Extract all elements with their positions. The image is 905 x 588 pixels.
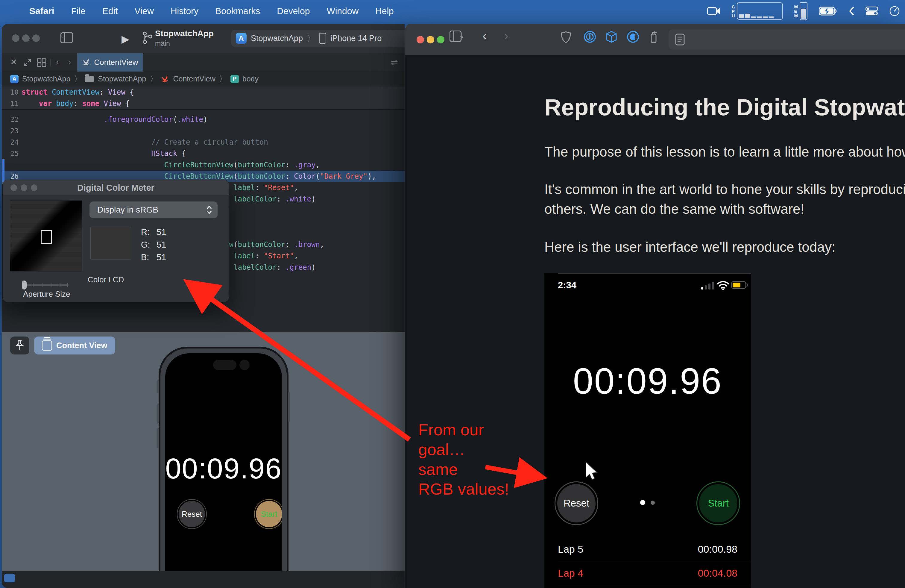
menu-item-help[interactable]: Help bbox=[375, 6, 394, 16]
xcode-window: ▶ StopwatchApp main A StopwatchApp 〉 iPh… bbox=[2, 24, 405, 588]
code-line[interactable]: 24 // Create a circular button bbox=[2, 137, 405, 148]
preview-start-button[interactable]: Start bbox=[254, 499, 282, 529]
crumb-project[interactable]: StopwatchApp bbox=[22, 75, 70, 83]
menu-bar: SafariFileEditViewHistoryBookmarksDevelo… bbox=[0, 0, 905, 22]
window-controls[interactable] bbox=[417, 36, 447, 43]
cellular-icon bbox=[701, 281, 714, 291]
menu-item-bookmarks[interactable]: Bookmarks bbox=[215, 6, 260, 16]
code-line[interactable]: 11 var body: some View { bbox=[2, 98, 405, 110]
scheme-selector[interactable]: A StopwatchApp 〉 iPhone 14 Pro bbox=[231, 30, 405, 47]
display-name: Color LCD bbox=[88, 275, 124, 284]
gauge-clock-icon[interactable] bbox=[889, 6, 900, 16]
control-center-icon[interactable] bbox=[865, 6, 878, 16]
memory-monitor-icon[interactable]: MEM bbox=[794, 2, 808, 20]
menu-item-view[interactable]: View bbox=[134, 6, 154, 16]
sidebar-toggle-icon[interactable] bbox=[449, 30, 463, 43]
forward-button[interactable]: › bbox=[504, 28, 508, 43]
lap-row: Lap 300:00.96 bbox=[558, 585, 751, 588]
menu-item-safari[interactable]: Safari bbox=[29, 6, 54, 16]
debug-bar bbox=[2, 571, 405, 588]
code-line[interactable] bbox=[2, 110, 405, 114]
crumb-symbol[interactable]: body bbox=[243, 75, 259, 83]
menu-bar-status-items: CPU MEM bbox=[707, 0, 900, 22]
window-controls[interactable] bbox=[11, 184, 41, 191]
dynamic-island bbox=[213, 360, 237, 370]
menu-item-develop[interactable]: Develop bbox=[277, 6, 310, 16]
crumb-file[interactable]: ContentView bbox=[173, 75, 215, 83]
device-icon bbox=[319, 33, 326, 44]
extension-cleaner-icon[interactable] bbox=[648, 30, 658, 44]
screen-record-icon[interactable] bbox=[707, 6, 720, 16]
stopwatch-time: 00:09.96 bbox=[545, 360, 751, 402]
volume-down-button bbox=[157, 428, 159, 448]
sidebar-toggle-icon[interactable] bbox=[60, 32, 73, 44]
desktop: { "colors":{"accent_blue":"#0a84ff","ann… bbox=[0, 0, 905, 588]
reset-button[interactable]: Reset bbox=[554, 482, 598, 525]
stopwatch-screenshot: 2:34 00:09.96 Reset Start Lap 500:00.98L… bbox=[545, 273, 751, 588]
aperture-size-label: Aperture Size bbox=[23, 289, 70, 299]
forward-icon[interactable]: › bbox=[68, 57, 71, 67]
run-destination: iPhone 14 Pro bbox=[330, 34, 381, 43]
start-button[interactable]: Start bbox=[696, 482, 740, 525]
code-line[interactable]: 22 .foregroundColor(.white) bbox=[2, 114, 405, 125]
divider: | bbox=[50, 57, 52, 67]
property-badge-icon: P bbox=[230, 75, 239, 83]
expand-diagonal-icon[interactable] bbox=[23, 58, 32, 69]
tab-contentview[interactable]: ContentView bbox=[77, 53, 143, 72]
battery-icon bbox=[731, 281, 748, 291]
code-line[interactable]: 10struct ContentView: View { bbox=[2, 86, 405, 98]
back-icon[interactable]: ‹ bbox=[56, 57, 59, 67]
annotation-line: From our bbox=[418, 420, 509, 440]
aperture-square bbox=[41, 230, 52, 244]
privacy-shield-icon[interactable] bbox=[561, 31, 571, 44]
back-button[interactable]: ‹ bbox=[483, 28, 487, 43]
page-dot-active[interactable] bbox=[640, 500, 645, 505]
run-button[interactable]: ▶ bbox=[122, 33, 129, 45]
safari-window: ‹ › teaching.russellgordon.ca Reproducin… bbox=[405, 24, 905, 588]
status-bar-time: 2:34 bbox=[558, 280, 576, 291]
display-mode-select[interactable]: Display in sRGB bbox=[89, 202, 218, 218]
code-line[interactable]: 25 HStack { bbox=[2, 148, 405, 159]
menu-item-window[interactable]: Window bbox=[327, 6, 359, 16]
scheme-name: StopwatchApp bbox=[251, 34, 303, 43]
preview-canvas: Content View 00:09.96 Reset Start ▶ bbox=[2, 332, 405, 588]
project-title: StopwatchApp bbox=[155, 29, 214, 38]
extension-onepassword-icon[interactable] bbox=[584, 30, 596, 44]
editor-grid-icon[interactable] bbox=[37, 58, 46, 69]
extension-cube-icon[interactable] bbox=[605, 30, 618, 44]
window-controls[interactable] bbox=[12, 35, 43, 42]
cpu-monitor-icon[interactable]: CPU bbox=[732, 2, 783, 20]
editor-options-icon[interactable]: ⇌ bbox=[391, 57, 398, 67]
menu-items: SafariFileEditViewHistoryBookmarksDevelo… bbox=[29, 6, 411, 16]
jump-bar: A StopwatchApp〉 StopwatchApp〉 ContentVie… bbox=[2, 72, 405, 86]
preview-device-pill[interactable]: Content View bbox=[34, 337, 115, 354]
chevron-left-icon[interactable] bbox=[849, 6, 854, 16]
preview-reset-button[interactable]: Reset bbox=[177, 499, 207, 529]
menu-item-history[interactable]: History bbox=[171, 6, 198, 16]
reader-icon[interactable] bbox=[675, 33, 685, 47]
swift-file-icon bbox=[161, 75, 169, 83]
debug-indicator[interactable] bbox=[4, 574, 15, 582]
menu-item-edit[interactable]: Edit bbox=[102, 6, 118, 16]
lap-row: Lap 400:04.08 bbox=[558, 561, 751, 585]
slider-thumb[interactable] bbox=[22, 281, 27, 289]
menu-item-file[interactable]: File bbox=[71, 6, 85, 16]
battery-icon[interactable] bbox=[819, 6, 837, 16]
xcode-toolbar: ▶ StopwatchApp main A StopwatchApp 〉 iPh… bbox=[2, 24, 405, 53]
iphone-preview: 00:09.96 Reset Start bbox=[159, 347, 289, 588]
safari-toolbar: ‹ › teaching.russellgordon.ca bbox=[405, 24, 905, 56]
code-line[interactable]: 23 bbox=[2, 125, 405, 137]
extension-clock-icon[interactable] bbox=[627, 30, 639, 44]
pin-preview-button[interactable] bbox=[10, 337, 29, 354]
branch-name: main bbox=[155, 40, 170, 48]
aperture-size-slider[interactable] bbox=[22, 281, 68, 289]
address-bar[interactable]: teaching.russellgordon.ca bbox=[668, 29, 905, 50]
code-line[interactable]: CircleButtonView(buttonColor: .gray, bbox=[2, 159, 405, 171]
xcode-tab-bar: ✕ | ‹ › ContentView ⇌ bbox=[2, 53, 405, 72]
rgb-value-row: R:51 bbox=[141, 227, 150, 237]
crumb-group[interactable]: StopwatchApp bbox=[98, 75, 146, 83]
page-title: Reproducing the Digital Stopwatch bbox=[545, 94, 905, 121]
annotation-text: From ourgoal…sameRGB values! bbox=[418, 420, 509, 499]
close-icon[interactable]: ✕ bbox=[10, 57, 17, 67]
page-dot-inactive[interactable] bbox=[651, 501, 655, 505]
